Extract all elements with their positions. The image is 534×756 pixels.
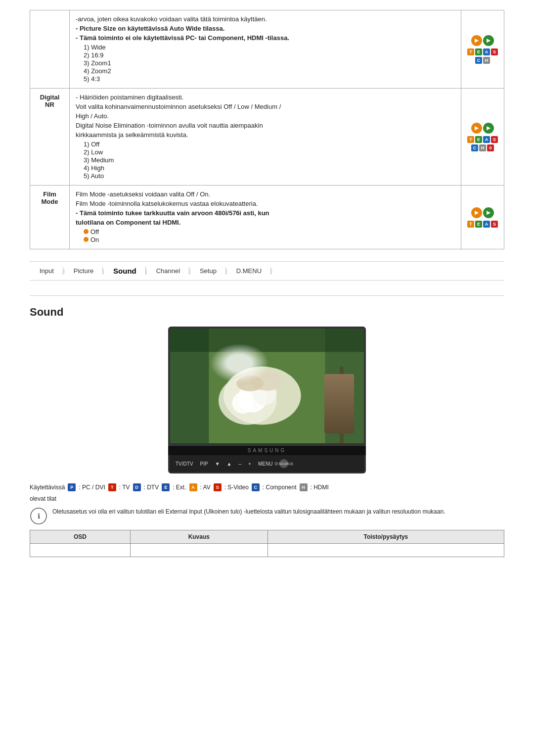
badge-t: T <box>467 136 474 143</box>
row-list: 1) Wide 2) 16:9 3) Zoom1 4) Zoom2 5) 4:3 <box>84 44 455 83</box>
row-text: - Häiriöiden poistaminen digitaalisesti. <box>76 94 455 101</box>
legend-sv-text: : S-Video <box>224 484 249 491</box>
badge-e: E <box>475 48 482 55</box>
legend-line: Käytettävissä P : PC / DVI T : TV D : DT… <box>30 483 504 491</box>
tv-btn-source[interactable]: ⊙SOURCE <box>279 459 288 468</box>
row-text-bold: - Picture Size on käytettävissä Auto Wid… <box>76 25 455 32</box>
badge-tv: T <box>108 483 116 491</box>
olevat-tilat-text: olevat tilat <box>30 495 504 502</box>
nav-item-sound[interactable]: Sound <box>104 267 146 275</box>
badge-dtv: D <box>133 483 141 491</box>
tv-btn-tvdtv[interactable]: TV/DTV <box>176 461 193 467</box>
list-item: 1) Off <box>84 141 455 148</box>
badge-a: A <box>483 221 490 228</box>
nav-bar: Input | Picture | Sound | Channel | Setu… <box>30 261 504 281</box>
play-icon: ▶ <box>471 123 482 134</box>
nav-item-channel[interactable]: Channel <box>147 267 189 275</box>
nav-item-picture[interactable]: Picture <box>65 267 103 275</box>
legend-av-text: : AV <box>200 484 211 491</box>
col-osd: OSD <box>30 530 131 544</box>
badge-cell: ▶ ▶ T E A S C H 0 <box>461 89 504 186</box>
table-row: FilmMode Film Mode -asetukseksi voidaan … <box>30 186 504 249</box>
play-icon: ▶ <box>471 35 482 46</box>
row-text: Voit valita kohinanvaimennustoiminnon as… <box>76 103 455 110</box>
main-content-table: -arvoa, joten oikea kuvakoko voidaan val… <box>30 10 504 249</box>
nav-separator: | <box>271 268 272 274</box>
table-row: DigitalNR - Häiriöiden poistaminen digit… <box>30 89 504 186</box>
tv-brand: SAMSUNG <box>168 445 366 455</box>
svg-text:ℹ: ℹ <box>38 512 40 520</box>
tv-btn-plus[interactable]: + <box>248 461 251 467</box>
note-box: ℹ Oletusasetus voi olla eri valitun tulo… <box>30 507 504 525</box>
row-content: - Häiriöiden poistaminen digitaalisesti.… <box>70 89 461 186</box>
legend-hdmi-text: : HDMI <box>311 484 329 491</box>
col-toisto: Toisto/pysäytys <box>267 530 504 544</box>
badge-comp: C <box>252 483 260 491</box>
nav-item-setup[interactable]: Setup <box>191 267 226 275</box>
tv-btn-menu[interactable]: MENU <box>258 461 272 467</box>
badge-s: S <box>491 48 498 55</box>
badge-h: H <box>479 144 486 151</box>
list-item: Off <box>84 228 455 236</box>
badge-e: E <box>475 136 482 143</box>
badge-h: H <box>483 57 490 64</box>
list-item: 3) Zoom1 <box>84 59 455 67</box>
badge-c: C <box>471 144 478 151</box>
row-text: -arvoa, joten oikea kuvakoko voidaan val… <box>76 15 455 23</box>
note-text: Oletusasetus voi olla eri valitun tuloti… <box>52 507 445 516</box>
list-item: 4) Zoom2 <box>84 67 455 75</box>
row-label: FilmMode <box>30 186 70 249</box>
row-text-bold: tulotilana on Component tai HDMI. <box>76 219 455 226</box>
tv-btn-minus[interactable]: – <box>239 461 242 467</box>
row-label <box>30 10 70 89</box>
empty-cell <box>30 544 131 557</box>
list-item: 2) 16:9 <box>84 51 455 59</box>
empty-cell <box>267 544 504 557</box>
row-text-bold: - Tämä toiminto tukee tarkkuutta vain ar… <box>76 209 455 217</box>
list-item: 3) Medium <box>84 156 455 164</box>
row-text: Digital Noise Elimination -toiminnon avu… <box>76 122 455 129</box>
table-row-empty <box>30 544 504 557</box>
nav-item-input[interactable]: Input <box>30 267 63 275</box>
tv-btn-pip[interactable]: PIP <box>200 461 208 467</box>
badge-a: A <box>483 136 490 143</box>
list-item: 5) 4:3 <box>84 75 455 83</box>
badge-cell: ▶ ▶ T E A S C H <box>461 10 504 89</box>
play-icon-2: ▶ <box>483 123 494 134</box>
badge-c: C <box>475 57 482 64</box>
svg-rect-8 <box>340 367 344 443</box>
sound-section: Sound <box>30 306 504 557</box>
list-item: 4) High <box>84 164 455 172</box>
tv-controls: TV/DTV PIP ▼ ▲ – + MENU ⊙SOURCE <box>168 455 366 473</box>
tv-scene-svg <box>170 329 364 443</box>
row-list: Off On <box>84 228 455 243</box>
row-content: -arvoa, joten oikea kuvakoko voidaan val… <box>70 10 461 89</box>
svg-point-7 <box>236 376 264 391</box>
svg-point-5 <box>232 392 253 414</box>
list-item: 1) Wide <box>84 44 455 51</box>
bottom-table: OSD Kuvaus Toisto/pysäytys <box>30 530 504 557</box>
legend-comp-text: : Component <box>263 484 297 491</box>
empty-cell <box>130 544 267 557</box>
legend-ext-text: : Ext. <box>173 484 186 491</box>
play-icon-2: ▶ <box>483 207 494 218</box>
badge-pc: P <box>68 483 76 491</box>
badge-av: A <box>189 483 197 491</box>
legend-pc-text: : PC / DVI <box>79 484 105 491</box>
row-content: Film Mode -asetukseksi voidaan valita Of… <box>70 186 461 249</box>
tv-btn-up[interactable]: ▲ <box>227 461 232 467</box>
nav-item-dmenu[interactable]: D.MENU <box>227 267 271 275</box>
badge-t: T <box>467 48 474 55</box>
svg-rect-11 <box>170 329 364 352</box>
note-icon: ℹ <box>30 507 47 525</box>
teas-badge: ▶ ▶ T E A S C H 0 <box>467 123 498 151</box>
col-kuvaus: Kuvaus <box>130 530 267 544</box>
badge-s: S <box>491 136 498 143</box>
tv-image: SAMSUNG TV/DTV PIP ▼ ▲ – + MENU ⊙SOURCE <box>168 327 366 473</box>
row-text-bold: - Tämä toiminto ei ole käytettävissä PC-… <box>76 34 455 42</box>
tv-btn-down[interactable]: ▼ <box>215 461 220 467</box>
play-icon-2: ▶ <box>483 35 494 46</box>
row-text: Film Mode -toiminnolla katselukokemus va… <box>76 200 455 207</box>
list-item: 2) Low <box>84 148 455 156</box>
badge-s: S <box>491 221 498 228</box>
